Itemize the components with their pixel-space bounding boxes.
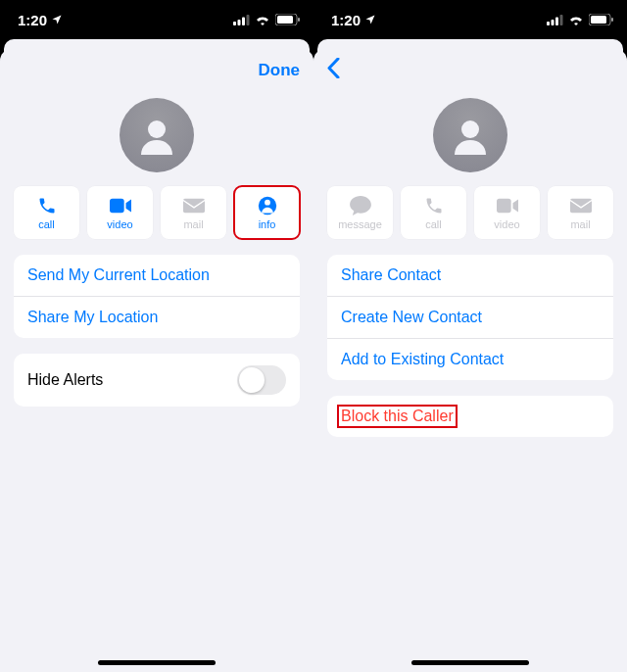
- call-button[interactable]: call: [14, 186, 79, 239]
- svg-rect-15: [560, 15, 563, 25]
- video-icon: [497, 195, 518, 216]
- hide-alerts-toggle[interactable]: [237, 365, 286, 395]
- message-button[interactable]: message: [327, 186, 393, 239]
- back-button[interactable]: [327, 58, 366, 84]
- phone-left: 1:20 Done: [0, 0, 314, 672]
- signal-icon: [547, 12, 563, 28]
- mail-button[interactable]: mail: [548, 186, 613, 239]
- phone-icon: [424, 195, 444, 216]
- signal-icon: [233, 12, 250, 28]
- send-current-location-row[interactable]: Send My Current Location: [14, 255, 300, 297]
- hide-alerts-label: Hide Alerts: [27, 371, 103, 389]
- contact-actions-group: Share Contact Create New Contact Add to …: [327, 255, 613, 380]
- svg-rect-12: [547, 22, 550, 25]
- svg-rect-2: [242, 17, 245, 25]
- mail-button[interactable]: mail: [161, 186, 226, 239]
- block-this-caller-label: Block this Caller: [337, 405, 458, 428]
- message-label: message: [338, 218, 382, 230]
- contact-sheet: Done call video: [0, 49, 314, 672]
- battery-icon: [589, 12, 613, 28]
- info-label: info: [259, 218, 276, 230]
- wifi-icon: [255, 12, 270, 28]
- block-group: Block this Caller: [327, 396, 613, 437]
- svg-rect-1: [238, 20, 241, 25]
- avatar: [433, 98, 507, 172]
- battery-icon: [275, 12, 300, 28]
- info-icon: [258, 195, 277, 216]
- video-icon: [110, 195, 131, 216]
- mail-icon: [183, 195, 205, 216]
- phone-icon: [37, 195, 57, 216]
- mail-icon: [570, 195, 592, 216]
- svg-rect-17: [591, 16, 606, 24]
- status-time: 1:20: [18, 12, 47, 28]
- phone-right: 1:20: [314, 0, 627, 672]
- call-label: call: [38, 218, 55, 230]
- status-bar: 1:20: [0, 0, 314, 39]
- svg-rect-5: [277, 16, 293, 24]
- call-label: call: [425, 218, 442, 230]
- contact-sheet: message call video: [314, 49, 627, 672]
- share-my-location-row[interactable]: Share My Location: [14, 297, 300, 338]
- wifi-icon: [568, 12, 584, 28]
- chevron-left-icon: [327, 58, 340, 78]
- svg-rect-21: [570, 199, 592, 214]
- block-this-caller-row[interactable]: Block this Caller: [327, 396, 613, 437]
- create-new-contact-row[interactable]: Create New Contact: [327, 297, 613, 339]
- info-button[interactable]: info: [234, 186, 300, 239]
- video-label: video: [494, 218, 519, 230]
- video-label: video: [107, 218, 132, 230]
- svg-rect-14: [555, 17, 558, 25]
- video-button[interactable]: video: [474, 186, 540, 239]
- location-arrow-icon: [51, 12, 63, 28]
- nav-bar: [314, 49, 627, 92]
- svg-point-19: [461, 120, 479, 138]
- avatar: [120, 98, 194, 172]
- alerts-group: Hide Alerts: [14, 354, 300, 407]
- status-bar: 1:20: [314, 0, 627, 39]
- mail-label: mail: [570, 218, 590, 230]
- home-indicator[interactable]: [411, 660, 529, 665]
- video-button[interactable]: video: [87, 186, 153, 239]
- svg-rect-8: [110, 199, 124, 214]
- nav-bar: Done: [0, 49, 314, 92]
- mail-label: mail: [183, 218, 203, 230]
- done-button[interactable]: Done: [259, 61, 301, 80]
- location-arrow-icon: [364, 12, 376, 28]
- svg-point-11: [265, 200, 270, 206]
- hide-alerts-row[interactable]: Hide Alerts: [14, 354, 300, 407]
- svg-rect-3: [247, 15, 250, 25]
- svg-rect-18: [611, 18, 613, 22]
- svg-rect-0: [233, 22, 236, 25]
- message-icon: [350, 195, 371, 216]
- location-group: Send My Current Location Share My Locati…: [14, 255, 300, 338]
- call-button[interactable]: call: [401, 186, 466, 239]
- status-time: 1:20: [331, 12, 361, 28]
- svg-point-7: [148, 120, 166, 138]
- add-to-existing-contact-row[interactable]: Add to Existing Contact: [327, 339, 613, 380]
- home-indicator[interactable]: [98, 660, 216, 665]
- svg-rect-13: [552, 20, 555, 25]
- svg-rect-9: [183, 199, 205, 214]
- svg-rect-20: [497, 199, 511, 214]
- share-contact-row[interactable]: Share Contact: [327, 255, 613, 297]
- svg-rect-6: [298, 18, 300, 22]
